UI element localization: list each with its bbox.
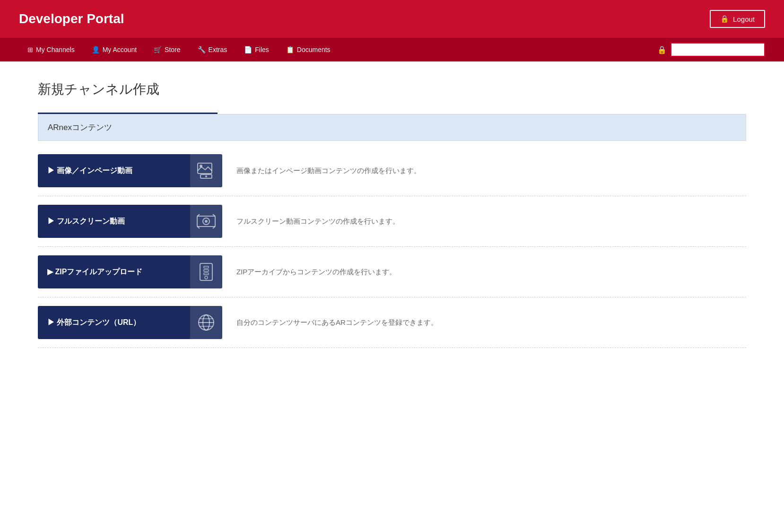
logout-icon: 🔒 bbox=[720, 15, 729, 23]
zip-upload-desc: ZIPアーカイブからコンテンツの作成を行います。 bbox=[236, 268, 746, 277]
svg-point-6 bbox=[205, 220, 208, 223]
header: Developer Portal 🔒 Logout bbox=[0, 0, 784, 38]
cart-icon: 🛒 bbox=[154, 46, 162, 53]
nav-item-my-account[interactable]: 👤 My Account bbox=[83, 38, 145, 61]
zip-upload-button[interactable]: ▶ ZIPファイルアップロード bbox=[38, 255, 222, 288]
external-content-icon bbox=[190, 306, 222, 339]
wrench-icon: 🔧 bbox=[198, 46, 206, 53]
fullscreen-video-icon bbox=[190, 205, 222, 238]
page-title: 新規チャンネル作成 bbox=[38, 80, 746, 98]
nav-item-documents[interactable]: 📋 Documents bbox=[278, 38, 339, 61]
fullscreen-video-button[interactable]: ▶ フルスクリーン動画 bbox=[38, 205, 222, 238]
content-row-image: ▶ 画像／インページ動画 画像またはインページ動画コンテンツの作成を行います。 bbox=[38, 146, 746, 196]
image-inpage-button[interactable]: ▶ 画像／インページ動画 bbox=[38, 154, 222, 187]
external-content-desc: 自分のコンテンツサーバにあるARコンテンツを登録できます。 bbox=[236, 318, 746, 327]
content-list: ▶ 画像／インページ動画 画像またはインページ動画コンテンツの作成を行います。 … bbox=[38, 146, 746, 348]
navbar: ⊞ My Channels 👤 My Account 🛒 Store 🔧 Ext… bbox=[0, 38, 784, 61]
external-content-button[interactable]: ▶ 外部コンテンツ（URL） bbox=[38, 306, 222, 339]
site-title: Developer Portal bbox=[19, 11, 124, 26]
nav-label-my-account: My Account bbox=[103, 46, 137, 53]
section-header: ARnexコンテンツ bbox=[38, 114, 746, 141]
grid-icon: ⊞ bbox=[27, 46, 33, 53]
content-row-external: ▶ 外部コンテンツ（URL） 自分のコンテンツサーバにあるARコンテンツを登録で… bbox=[38, 297, 746, 348]
nav-search: 🔒 bbox=[657, 43, 765, 57]
user-icon: 👤 bbox=[92, 46, 100, 53]
svg-point-15 bbox=[205, 276, 208, 279]
nav-label-documents: Documents bbox=[297, 46, 331, 53]
file-icon: 📄 bbox=[244, 46, 252, 53]
nav-item-files[interactable]: 📄 Files bbox=[235, 38, 278, 61]
main-content: 新規チャンネル作成 ARnexコンテンツ ▶ 画像／インページ動画 画像またはイ… bbox=[0, 61, 784, 367]
logout-label: Logout bbox=[733, 15, 755, 23]
image-inpage-label: ▶ 画像／インページ動画 bbox=[38, 166, 132, 176]
svg-point-3 bbox=[205, 175, 207, 177]
nav-label-my-channels: My Channels bbox=[36, 46, 75, 53]
svg-rect-13 bbox=[204, 270, 209, 271]
svg-rect-14 bbox=[204, 273, 209, 275]
nav-item-extras[interactable]: 🔧 Extras bbox=[189, 38, 236, 61]
svg-point-1 bbox=[200, 165, 202, 167]
nav-label-store: Store bbox=[165, 46, 180, 53]
image-inpage-icon bbox=[190, 154, 222, 187]
content-row-fullscreen: ▶ フルスクリーン動画 フルスクリーン動画コンテンツの作成を行います。 bbox=[38, 196, 746, 247]
nav-item-store[interactable]: 🛒 Store bbox=[145, 38, 189, 61]
image-inpage-desc: 画像またはインページ動画コンテンツの作成を行います。 bbox=[236, 166, 746, 175]
zip-upload-icon bbox=[190, 255, 222, 288]
content-row-zip: ▶ ZIPファイルアップロード ZIPアーカイブからコンテンツの作成を行います。 bbox=[38, 247, 746, 297]
documents-icon: 📋 bbox=[286, 46, 294, 53]
zip-upload-label: ▶ ZIPファイルアップロード bbox=[38, 267, 142, 277]
nav-items: ⊞ My Channels 👤 My Account 🛒 Store 🔧 Ext… bbox=[19, 38, 657, 61]
search-lock-icon: 🔒 bbox=[657, 45, 667, 54]
search-input[interactable] bbox=[671, 43, 765, 57]
external-content-label: ▶ 外部コンテンツ（URL） bbox=[38, 318, 140, 328]
nav-label-extras: Extras bbox=[209, 46, 227, 53]
fullscreen-video-desc: フルスクリーン動画コンテンツの作成を行います。 bbox=[236, 217, 746, 226]
logout-button[interactable]: 🔒 Logout bbox=[710, 10, 765, 28]
nav-item-my-channels[interactable]: ⊞ My Channels bbox=[19, 38, 83, 61]
svg-rect-12 bbox=[204, 266, 209, 268]
nav-label-files: Files bbox=[255, 46, 269, 53]
fullscreen-video-label: ▶ フルスクリーン動画 bbox=[38, 217, 125, 227]
